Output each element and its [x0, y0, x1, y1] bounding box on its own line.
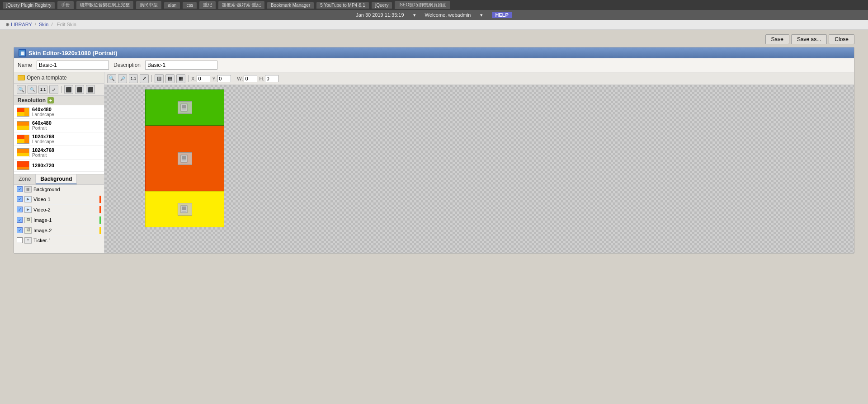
browser-tab-kwong[interactable]: 廣民中型 [136, 1, 161, 9]
resolution-header: Resolution + [14, 96, 104, 105]
folder-icon [18, 75, 25, 80]
image1-icon: 🖼 [24, 217, 32, 223]
browser-tab-jquery2[interactable]: jQuery [372, 2, 392, 9]
coord-group-h: H: [259, 75, 278, 82]
resolution-item-label-1024-port: 1024x768 Portrait [32, 147, 54, 158]
browser-toolbar: jQuery Plugin Registry 手冊 磁帶數位音樂在網上完整 廣民… [0, 0, 868, 10]
browser-tab-css[interactable]: css [183, 2, 197, 9]
browser-tab-bookmarks[interactable]: Bookmark Manager [267, 2, 314, 9]
canvas-zoom-out[interactable]: 🔎 [118, 74, 127, 83]
skin-zone-orange[interactable] [145, 126, 224, 191]
browser-tab-alan[interactable]: alan [164, 2, 180, 9]
resolution-label: Resolution [18, 97, 46, 103]
video1-icon: ▶ [24, 196, 32, 202]
y-input[interactable] [217, 75, 231, 82]
description-label: Description [113, 62, 141, 68]
save-as-button[interactable]: Save as... [791, 34, 827, 44]
right-canvas-toolbar: 🔍 🔎 1:1 ⤢ ▥ ▤ ▦ X: Y: [104, 72, 854, 85]
svg-rect-7 [182, 207, 186, 210]
skin-editor-panel: ▦ Skin Editor-1920x1080 (Portrait) Name … [14, 47, 854, 254]
open-template-label: Open a template [27, 75, 67, 81]
canvas-zoom-100[interactable]: 1:1 [129, 74, 138, 83]
zone-name-background: Background [33, 187, 60, 192]
tab-background[interactable]: Background [36, 174, 77, 184]
resolution-item-1280[interactable]: 1280x720 [14, 160, 104, 172]
w-input[interactable] [244, 75, 257, 82]
zone-color-video2 [99, 206, 101, 213]
align-top-button[interactable]: ⬛ [64, 85, 73, 94]
zone-checkbox-ticker1[interactable] [17, 237, 23, 243]
zone-checkbox-video2[interactable] [17, 207, 23, 212]
skin-zone-green[interactable] [145, 89, 224, 126]
zone-checkbox-image1[interactable] [17, 217, 23, 223]
skin-editor-title: Skin Editor-1920x1080 (Portrait) [28, 50, 118, 56]
resolution-item-label-1024-land: 1024x768 Landscape [32, 134, 54, 144]
browser-tab-zhongji[interactable]: 重紀 [199, 1, 216, 9]
browser-tab-manual[interactable]: 手冊 [57, 1, 74, 9]
save-button[interactable]: Save [765, 34, 789, 44]
zoom-in-button[interactable]: 🔍 [17, 85, 26, 94]
name-desc-row: Name Description [14, 58, 854, 72]
browser-tab-youtube[interactable]: 5 YouTube to MP4 & 1 [316, 2, 369, 9]
zoom-fit-button[interactable]: 1:1 [38, 85, 47, 94]
browser-tab-seo[interactable]: [SEO技巧]靜態網頁如面 [395, 1, 450, 9]
y-label: Y: [212, 76, 217, 81]
canvas-toolbar: 🔍 🔍 1:1 ⤢ ⬛ ⬛ ⬛ [14, 84, 104, 96]
close-button[interactable]: Close [829, 34, 854, 44]
h-input[interactable] [265, 75, 278, 82]
canvas-layout1[interactable]: ▥ [155, 74, 164, 83]
coord-group-x: X: [191, 75, 210, 82]
zone-item-ticker1[interactable]: T Ticker-1 [14, 236, 104, 245]
resolution-item-640-landscape[interactable]: 640x480 Landscape [14, 105, 104, 119]
align-bot-button[interactable]: ⬛ [86, 85, 95, 94]
tab-zone[interactable]: Zone [14, 174, 36, 184]
zone-name-video2: Video-2 [33, 207, 51, 212]
resolution-list: 640x480 Landscape 640x480 Portrait [14, 105, 104, 174]
name-input[interactable] [37, 61, 109, 70]
zone-item-video1[interactable]: ▶ Video-1 [14, 194, 104, 205]
main-content: Save Save as... Close ▦ Skin Editor-1920… [0, 30, 868, 301]
browser-tab-jquery[interactable]: jQuery Plugin Registry [3, 2, 55, 9]
zone-icon-video-yellow [178, 203, 192, 216]
skin-zone-yellow[interactable] [145, 191, 224, 227]
ticker1-icon: T [24, 237, 32, 244]
editor-body: Open a template 🔍 🔍 1:1 ⤢ ⬛ ⬛ ⬛ Resoluti… [14, 72, 854, 253]
resolution-item-1024-portrait[interactable]: 1024x768 Portrait [14, 146, 104, 160]
canvas-expand[interactable]: ⤢ [140, 74, 149, 83]
zone-item-background[interactable]: ▦ Background [14, 185, 104, 194]
resolution-item-1024-landscape[interactable]: 1024x768 Landscape [14, 132, 104, 146]
canvas-zoom-in[interactable]: 🔍 [107, 74, 116, 83]
help-button[interactable]: HELP [492, 12, 512, 18]
zone-color-image1 [99, 216, 101, 224]
skin-preview [145, 89, 224, 234]
browser-tab-music[interactable]: 磁帶數位音樂在網上完整 [76, 1, 133, 9]
canvas-layout3[interactable]: ▦ [176, 74, 185, 83]
breadcrumb-current: Edit Skin [57, 22, 76, 27]
align-mid-button[interactable]: ⬛ [75, 85, 84, 94]
canvas-layout2[interactable]: ▤ [165, 74, 175, 83]
breadcrumb-skin[interactable]: Skin [39, 22, 48, 27]
svg-rect-8 [182, 211, 186, 212]
zone-checkbox-image2[interactable] [17, 227, 23, 233]
zone-checkbox-background[interactable] [17, 186, 23, 192]
canvas-area: 🔍 🔎 1:1 ⤢ ▥ ▤ ▦ X: Y: [104, 72, 854, 253]
breadcrumb-library[interactable]: LIBRARY [11, 22, 32, 27]
top-toolbar: Save Save as... Close [14, 34, 854, 44]
open-template-button[interactable]: Open a template [14, 72, 104, 84]
add-resolution-button[interactable]: + [47, 97, 54, 103]
x-input[interactable] [197, 75, 210, 82]
browser-tab-settings[interactable]: 題覆索·越好索·重紀 [218, 1, 264, 9]
skin-editor-titlebar: ▦ Skin Editor-1920x1080 (Portrait) [14, 47, 854, 58]
zone-item-video2[interactable]: ▶ Video-2 [14, 205, 104, 215]
svg-rect-2 [182, 109, 186, 110]
zoom-out-button[interactable]: 🔍 [28, 85, 37, 94]
description-input[interactable] [145, 61, 217, 70]
res-thumb-1024-portrait [17, 148, 29, 157]
zone-checkbox-video1[interactable] [17, 196, 23, 202]
h-label: H: [259, 76, 264, 81]
resolution-item-640-portrait[interactable]: 640x480 Portrait [14, 119, 104, 132]
zone-item-image1[interactable]: 🖼 Image-1 [14, 215, 104, 225]
zone-item-image2[interactable]: 🖼 Image-2 [14, 225, 104, 236]
zone-name-image1: Image-1 [33, 217, 52, 223]
expand-button[interactable]: ⤢ [49, 85, 58, 94]
